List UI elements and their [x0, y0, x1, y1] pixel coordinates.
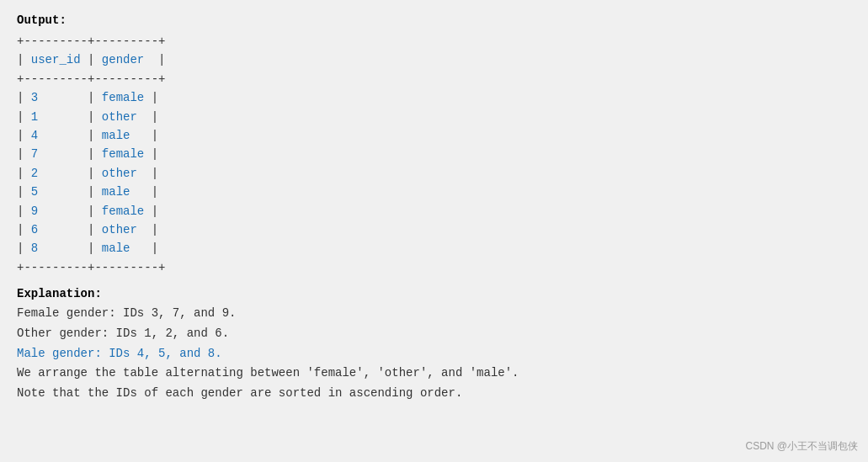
table-separator-top: +---------+---------+	[17, 32, 851, 50]
explanation-line-3: Male gender: IDs 4, 5, and 8.	[17, 344, 851, 364]
table-row: | 6 | other |	[17, 220, 851, 239]
output-section: Output: +---------+---------+ | user_id …	[17, 13, 851, 277]
table-row: | 2 | other |	[17, 164, 851, 183]
explanation-line-1: Female gender: IDs 3, 7, and 9.	[17, 304, 851, 324]
explanation-line-2: Other gender: IDs 1, 2, and 6.	[17, 324, 851, 344]
table-separator-header: +---------+---------+	[17, 70, 851, 88]
table-header: | user_id | gender |	[17, 50, 851, 69]
explanation-block: Female gender: IDs 3, 7, and 9. Other ge…	[17, 304, 851, 404]
explanation-section: Explanation: Female gender: IDs 3, 7, an…	[17, 287, 851, 404]
table-row: | 1 | other |	[17, 108, 851, 126]
table-row: | 8 | male |	[17, 239, 851, 258]
table-block: +---------+---------+ | user_id | gender…	[17, 32, 851, 277]
table-separator-bottom: +---------+---------+	[17, 258, 851, 277]
table-row: | 7 | female |	[17, 145, 851, 163]
explanation-label: Explanation:	[17, 287, 851, 300]
table-row: | 4 | male |	[17, 126, 851, 145]
output-label: Output:	[17, 13, 851, 27]
table-row: | 9 | female |	[17, 202, 851, 220]
watermark: CSDN @小王不当调包侠	[745, 439, 858, 454]
explanation-line-4: We arrange the table alternating between…	[17, 364, 851, 384]
explanation-line-5: Note that the IDs of each gender are sor…	[17, 384, 851, 404]
table-row: | 5 | male |	[17, 183, 851, 201]
table-row: | 3 | female |	[17, 88, 851, 107]
